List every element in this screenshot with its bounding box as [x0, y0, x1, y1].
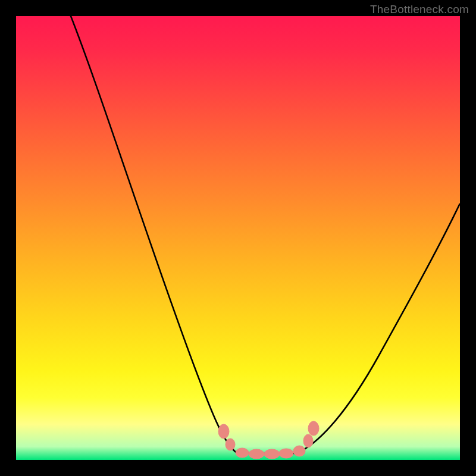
- chart-frame: TheBottleneck.com: [0, 0, 476, 476]
- curve-right-branch: [296, 203, 460, 453]
- valley-marker-group: [218, 421, 319, 459]
- bottleneck-curve: [16, 16, 460, 460]
- valley-marker: [308, 421, 319, 436]
- curve-left-branch: [68, 16, 237, 453]
- valley-marker: [218, 424, 229, 439]
- valley-marker: [293, 446, 305, 456]
- valley-marker: [226, 439, 235, 450]
- attribution-watermark: TheBottleneck.com: [370, 3, 469, 16]
- valley-marker: [279, 449, 293, 458]
- valley-marker: [264, 449, 280, 459]
- valley-marker: [303, 434, 313, 447]
- valley-marker: [236, 448, 249, 458]
- valley-marker: [249, 449, 264, 459]
- plot-area: [16, 16, 460, 460]
